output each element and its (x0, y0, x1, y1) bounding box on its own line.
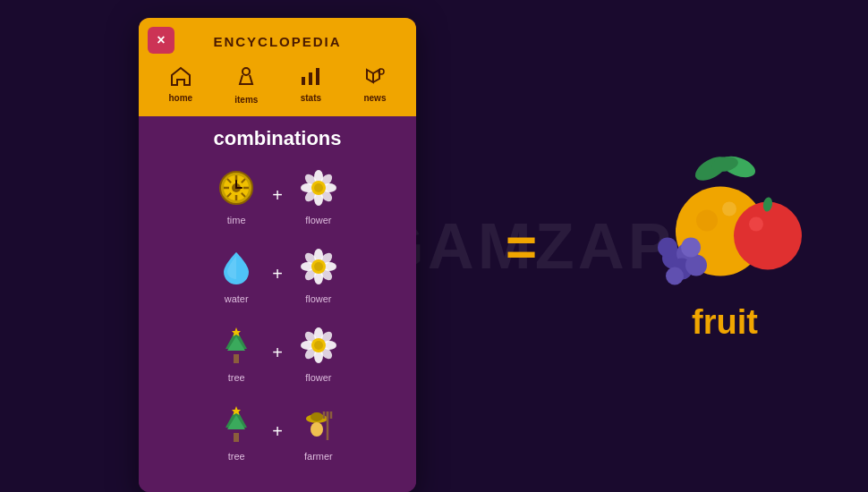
svg-point-27 (314, 183, 323, 192)
section-title: combinations (139, 127, 416, 150)
farmer-icon-2 (213, 479, 260, 492)
plus-4: + (272, 421, 283, 442)
tree-icon-2 (213, 401, 260, 447)
combo-label-tree-1: tree (228, 372, 245, 383)
svg-rect-52 (234, 433, 239, 442)
result-area: fruit (635, 151, 814, 342)
combo-item-time: time (209, 165, 263, 225)
combo-label-time: time (227, 215, 246, 225)
tab-stats-label: stats (301, 93, 321, 103)
close-button[interactable]: × (148, 27, 174, 54)
combo-item-flower-3: flower (292, 322, 345, 383)
plus-2: + (272, 264, 283, 284)
combo-item-farmer-2: farmer (209, 479, 263, 492)
tree-icon-1 (213, 322, 260, 369)
tab-items-label: items (234, 95, 258, 105)
result-label: fruit (692, 303, 758, 342)
svg-point-84 (749, 217, 763, 232)
combo-label-farmer-1: farmer (304, 451, 333, 462)
combination-row-3: tree + (139, 322, 416, 383)
combo-label-flower-2: flower (305, 293, 331, 304)
svg-point-91 (666, 267, 684, 285)
tab-home-label: home (169, 93, 193, 103)
panel-title: ENCYCLOPEDIA (213, 34, 341, 49)
svg-rect-3 (316, 68, 319, 85)
farmer-icon (295, 401, 342, 447)
svg-rect-38 (234, 354, 239, 363)
svg-point-90 (658, 238, 677, 258)
combo-item-farmer: farmer (292, 401, 345, 462)
combination-row-2: water + (139, 243, 416, 304)
tab-news-label: news (363, 93, 386, 103)
home-icon (170, 66, 191, 91)
combination-row-4: tree + (139, 401, 416, 462)
combo-label-tree-2: tree (228, 451, 245, 462)
time-icon (213, 165, 260, 211)
combo-item-tree-1: tree (209, 322, 263, 383)
svg-point-92 (722, 202, 736, 216)
combo-item-orchard: orchard (292, 479, 345, 492)
stats-icon (300, 66, 321, 91)
flower-icon-1 (295, 165, 342, 211)
content-area[interactable]: combinations (139, 116, 416, 492)
equals-sign: = (506, 216, 537, 277)
nav-tabs: home items stats (139, 64, 416, 116)
svg-point-89 (681, 238, 701, 258)
combo-item-flower-2: flower (292, 243, 345, 304)
water-icon (213, 243, 260, 290)
tab-news[interactable]: news (356, 64, 393, 106)
combination-row-1: time + (139, 165, 416, 225)
svg-point-88 (685, 255, 707, 276)
tab-home[interactable]: home (162, 64, 200, 106)
svg-point-57 (311, 412, 323, 421)
combo-item-tree-2: tree (209, 401, 263, 462)
svg-point-58 (311, 422, 323, 437)
encyclopedia-panel: × ENCYCLOPEDIA home items (139, 18, 416, 492)
combo-item-water: water (209, 243, 263, 304)
panel-header: × ENCYCLOPEDIA (139, 18, 416, 64)
svg-rect-1 (302, 77, 305, 85)
combo-label-water: water (225, 293, 249, 304)
orchard-icon (295, 479, 342, 492)
tab-stats[interactable]: stats (293, 64, 328, 106)
flower-icon-2 (295, 243, 342, 290)
combination-row-5: farmer + orchar (139, 479, 416, 492)
flower-icon-3 (295, 322, 342, 369)
combo-item-flower-1: flower (292, 165, 345, 225)
fruit-illustration (635, 151, 814, 294)
combo-label-flower-3: flower (305, 372, 331, 383)
news-icon (364, 66, 386, 91)
svg-point-37 (314, 262, 323, 271)
plus-1: + (272, 185, 283, 206)
items-icon (235, 66, 257, 93)
plus-3: + (272, 343, 283, 363)
svg-point-81 (696, 210, 718, 232)
svg-point-51 (314, 341, 323, 350)
svg-point-82 (734, 202, 802, 270)
combo-label-flower-1: flower (305, 215, 331, 225)
svg-rect-2 (309, 72, 312, 85)
tab-items[interactable]: items (227, 64, 265, 106)
svg-point-0 (243, 68, 250, 75)
